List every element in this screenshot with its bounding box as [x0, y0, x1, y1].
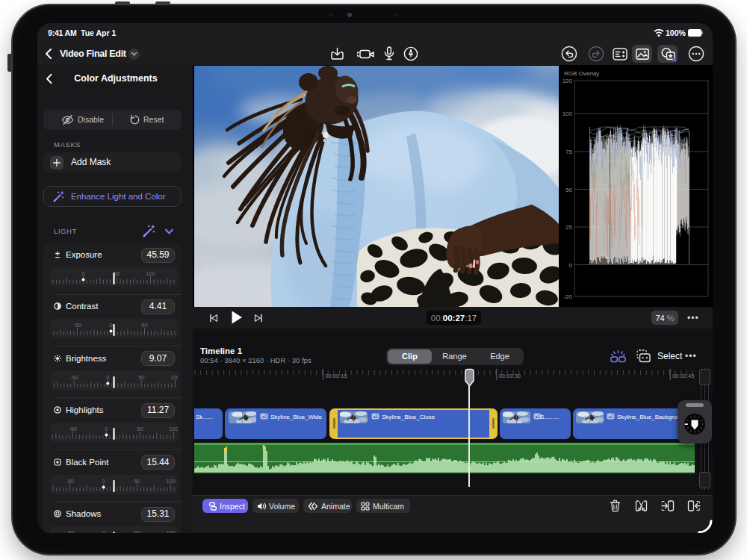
- svg-text:00:00:30: 00:00:30: [499, 373, 521, 379]
- svg-text:00:00:45: 00:00:45: [672, 373, 694, 379]
- svg-text:00:00:15: 00:00:15: [325, 373, 347, 379]
